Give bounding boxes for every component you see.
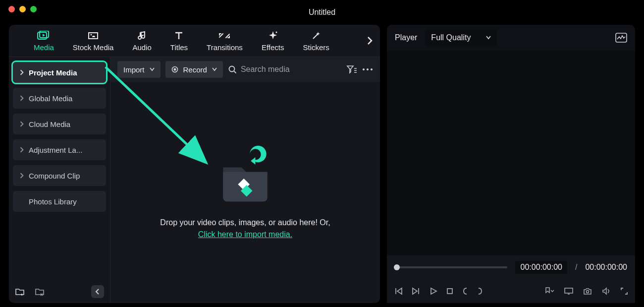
transitions-icon (218, 30, 231, 41)
delete-folder-icon[interactable] (35, 287, 45, 296)
tab-titles[interactable]: Titles (162, 30, 199, 52)
record-button[interactable]: Record (165, 61, 223, 78)
sidebar-item-compound-clip[interactable]: Compound Clip (13, 165, 106, 186)
quality-value: Full Quality (431, 33, 471, 42)
next-frame-button[interactable] (412, 287, 421, 295)
svg-point-6 (173, 68, 176, 71)
tab-media[interactable]: Media (26, 30, 65, 52)
fullscreen-button[interactable] (620, 287, 628, 295)
dropzone-line1: Drop your video clips, images, or audio … (160, 218, 330, 227)
sidebar-item-photos-library[interactable]: Photos Library (13, 191, 106, 212)
tabs-scroll-right[interactable] (362, 25, 377, 57)
media-toolbar: Import Record (110, 57, 380, 82)
new-folder-icon[interactable] (15, 287, 25, 296)
svg-point-7 (229, 66, 234, 72)
search-input[interactable] (241, 65, 341, 74)
chevron-down-icon (212, 67, 217, 71)
svg-point-8 (363, 68, 365, 70)
playback-quality-dropdown[interactable]: Full Quality (425, 29, 497, 46)
import-media-link[interactable]: Click here to import media. (198, 230, 292, 239)
svg-point-4 (275, 31, 277, 33)
svg-point-9 (367, 68, 369, 70)
media-sidebar: Project Media Global Media Cloud Media A… (9, 57, 110, 303)
dropzone-text: Drop your video clips, images, or audio … (160, 217, 330, 241)
import-button[interactable]: Import (117, 61, 161, 78)
tab-media-label: Media (34, 43, 54, 52)
media-dropzone[interactable]: Drop your video clips, images, or audio … (110, 82, 380, 303)
stop-button[interactable] (446, 288, 453, 295)
svg-rect-15 (447, 289, 452, 294)
svg-point-10 (371, 68, 373, 70)
play-button[interactable] (429, 287, 437, 295)
cloud-image-icon (87, 30, 100, 41)
library-panel: Media Stock Media Audio Titles (9, 25, 380, 303)
svg-point-17 (587, 291, 589, 293)
playhead-icon (394, 264, 400, 270)
sidebar-item-label: Cloud Media (29, 120, 70, 128)
tab-transitions[interactable]: Transitions (199, 30, 254, 52)
svg-rect-16 (565, 288, 573, 293)
caret-right-icon (19, 69, 25, 75)
playback-bar: 00:00:00:00 / 00:00:00:00 (387, 255, 635, 279)
music-note-icon (136, 30, 149, 41)
tab-stock-label: Stock Media (73, 43, 114, 52)
sidebar-item-project-media[interactable]: Project Media (13, 62, 106, 83)
document-title: Untitled (309, 8, 335, 17)
sidebar-item-label: Adjustment La... (29, 146, 82, 154)
caret-right-icon (19, 147, 25, 153)
record-dot-icon (171, 66, 178, 73)
chevron-left-icon (95, 289, 100, 295)
tab-effects-label: Effects (262, 43, 284, 52)
player-panel: Player Full Quality 00:00:00:00 / 00:00:… (387, 25, 635, 303)
tab-audio[interactable]: Audio (124, 30, 162, 52)
chevron-down-icon (486, 36, 491, 40)
timecode-separator: / (575, 263, 577, 272)
tab-audio-label: Audio (132, 43, 151, 52)
tab-effects[interactable]: Effects (254, 30, 295, 52)
transport-controls (387, 279, 635, 303)
timeline-scrubber[interactable] (395, 266, 507, 268)
marker-menu-button[interactable] (544, 287, 555, 296)
search-icon (228, 65, 237, 74)
tab-stickers[interactable]: Stickers (295, 30, 340, 52)
search-field-wrap (228, 65, 341, 74)
snapshot-button[interactable] (583, 287, 592, 295)
sidebar-item-cloud-media[interactable]: Cloud Media (13, 114, 106, 134)
sparkle-icon (267, 30, 279, 41)
duration-timecode: 00:00:00:00 (585, 263, 627, 272)
player-header: Player Full Quality (387, 25, 635, 51)
mark-out-button[interactable] (477, 287, 483, 296)
tab-stickers-label: Stickers (303, 43, 329, 52)
svg-point-3 (91, 34, 92, 35)
text-t-icon (172, 30, 185, 41)
sidebar-footer (15, 284, 104, 299)
scopes-button[interactable] (615, 33, 627, 43)
sidebar-item-adjustment-layer[interactable]: Adjustment La... (13, 139, 106, 160)
folder-illustration (213, 144, 277, 209)
chevron-right-icon (367, 36, 373, 45)
display-mode-button[interactable] (564, 287, 574, 295)
titlebar: Untitled (0, 0, 644, 25)
more-options-button[interactable] (362, 68, 373, 71)
sidebar-item-label: Photos Library (29, 197, 77, 206)
sidebar-item-label: Project Media (29, 68, 77, 77)
sidebar-item-global-media[interactable]: Global Media (13, 88, 106, 109)
import-label: Import (123, 65, 145, 74)
media-bin: Import Record (110, 57, 380, 303)
prev-frame-button[interactable] (394, 287, 403, 295)
tab-transitions-label: Transitions (207, 43, 243, 52)
player-label: Player (395, 33, 417, 42)
caret-right-icon (19, 95, 25, 101)
svg-marker-2 (43, 34, 45, 37)
volume-button[interactable] (601, 287, 611, 295)
filter-sort-button[interactable] (346, 64, 357, 74)
collapse-sidebar-button[interactable] (91, 285, 104, 298)
preview-viewport[interactable] (387, 51, 635, 255)
record-label: Record (183, 65, 207, 74)
mark-in-button[interactable] (462, 287, 468, 296)
tab-titles-label: Titles (170, 43, 188, 52)
caret-right-icon (19, 121, 25, 127)
media-icon (37, 30, 50, 41)
sidebar-item-label: Global Media (29, 94, 72, 103)
tab-stock-media[interactable]: Stock Media (65, 30, 125, 52)
